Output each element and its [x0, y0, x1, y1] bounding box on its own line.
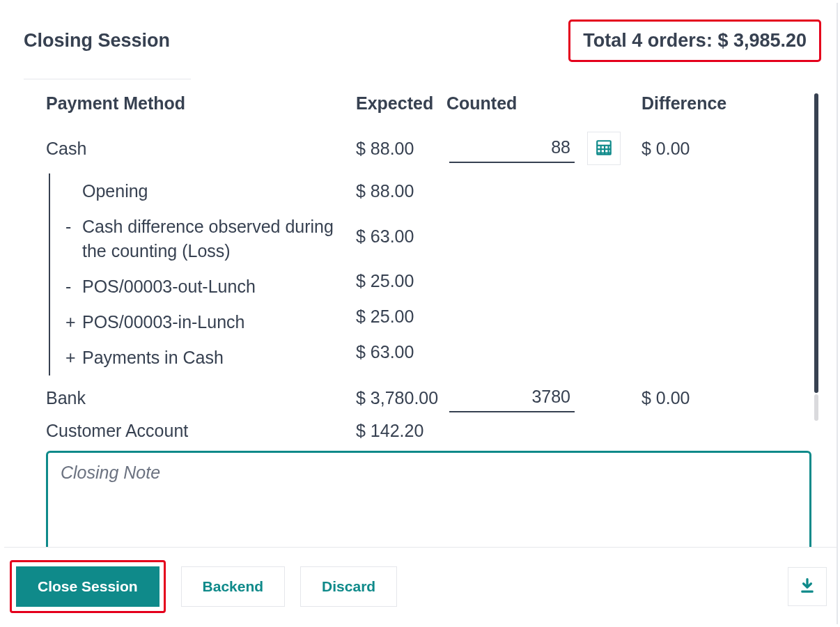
- scroll-area: Payment Method Expected Counted Differen…: [46, 93, 818, 547]
- sub-loss-value: $ 63.00: [356, 209, 446, 263]
- modal-title: Closing Session: [24, 30, 170, 52]
- sub-in: + POS/00003-in-Lunch: [65, 304, 356, 340]
- download-icon: [798, 577, 816, 597]
- sub-opening-label: Opening: [82, 179, 148, 203]
- sub-out-value: $ 25.00: [356, 263, 446, 299]
- bank-counted-input[interactable]: [449, 384, 575, 412]
- cash-counted-input[interactable]: [449, 134, 575, 163]
- sub-payments-value: $ 63.00: [356, 334, 446, 370]
- row-customer-label: Customer Account: [46, 421, 356, 441]
- col-header-difference: Difference: [641, 93, 781, 123]
- sub-out-label: POS/00003-out-Lunch: [82, 274, 256, 299]
- row-bank-difference: $ 0.00: [641, 388, 781, 408]
- close-session-button[interactable]: Close Session: [16, 566, 160, 607]
- modal-header: Closing Session Total 4 orders: $ 3,985.…: [4, 3, 837, 79]
- sub-payments: + Payments in Cash: [65, 340, 356, 376]
- calculator-icon: [595, 139, 613, 159]
- row-bank-counted-cell: [446, 384, 641, 412]
- row-cash-label: Cash: [46, 139, 356, 159]
- calculator-button[interactable]: [587, 132, 621, 165]
- col-header-expected: Expected: [356, 93, 446, 123]
- closing-note-wrapper: [46, 451, 811, 547]
- scrollbar-track[interactable]: [814, 394, 818, 421]
- payments-table: Payment Method Expected Counted Differen…: [46, 93, 818, 441]
- row-cash-counted-cell: [446, 132, 641, 165]
- sub-opening: Opening: [65, 173, 356, 209]
- sub-loss-label: Cash difference observed during the coun…: [82, 215, 347, 263]
- cash-sublist-values: $ 88.00 $ 63.00 $ 25.00 $ 25.00 $ 63.00: [356, 173, 446, 370]
- col-header-method: Payment Method: [46, 93, 356, 123]
- row-cash-difference: $ 0.00: [641, 139, 781, 159]
- sub-payments-label: Payments in Cash: [82, 346, 224, 370]
- sub-opening-value: $ 88.00: [356, 173, 446, 209]
- svg-rect-7: [801, 590, 813, 592]
- backend-button[interactable]: Backend: [181, 566, 286, 607]
- total-orders-box: Total 4 orders: $ 3,985.20: [568, 20, 821, 62]
- sub-in-label: POS/00003-in-Lunch: [82, 310, 244, 334]
- modal-footer: Close Session Backend Discard: [4, 547, 837, 624]
- discard-button[interactable]: Discard: [300, 566, 397, 607]
- row-customer-expected: $ 142.20: [356, 421, 446, 441]
- sub-loss: - Cash difference observed during the co…: [65, 209, 356, 269]
- close-session-highlight: Close Session: [10, 560, 166, 613]
- closing-session-modal: Closing Session Total 4 orders: $ 3,985.…: [4, 3, 838, 624]
- col-header-counted: Counted: [446, 93, 641, 123]
- cash-sublist: Opening - Cash difference observed durin…: [49, 173, 356, 376]
- row-cash-expected: $ 88.00: [356, 139, 446, 159]
- row-bank-label: Bank: [46, 388, 356, 408]
- modal-body: Payment Method Expected Counted Differen…: [4, 79, 837, 547]
- download-button[interactable]: [788, 567, 827, 606]
- sub-in-value: $ 25.00: [356, 299, 446, 334]
- sub-out: - POS/00003-out-Lunch: [65, 269, 356, 304]
- row-bank-expected: $ 3,780.00: [356, 388, 446, 408]
- scrollbar-thumb[interactable]: [814, 93, 818, 393]
- closing-note-textarea[interactable]: [48, 453, 809, 547]
